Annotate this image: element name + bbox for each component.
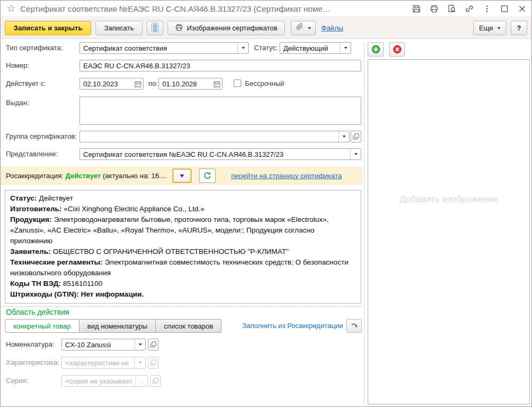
series-open-button <box>150 375 161 387</box>
accreditation-status: Действует <box>65 172 100 180</box>
presentation-combo[interactable] <box>80 148 361 160</box>
group-input[interactable] <box>80 131 338 142</box>
series-input <box>62 376 136 386</box>
delete-icon <box>393 45 402 54</box>
perpetual-checkbox[interactable] <box>234 79 241 87</box>
group-open-button[interactable] <box>351 131 361 142</box>
tab-nomenclature-kind[interactable]: вид номенклатуры <box>80 319 156 333</box>
presentation-value[interactable] <box>80 149 350 159</box>
calendar-icon <box>213 81 220 87</box>
group-label: Группа сертификатов: <box>6 131 77 142</box>
print-preview-icon[interactable] <box>447 4 457 14</box>
titlebar-buttons <box>411 1 527 17</box>
group-dropdown-button[interactable] <box>338 131 349 142</box>
chevron-down-icon <box>344 47 347 49</box>
delete-image-button[interactable] <box>389 42 405 57</box>
open-icon <box>353 133 359 140</box>
tab-product-list[interactable]: список товаров <box>156 319 221 333</box>
certificate-window: Сертификат соответствия №ЕАЭС RU C-CN.АЯ… <box>0 0 532 407</box>
more-menu-icon[interactable] <box>482 4 492 14</box>
certificate-type-combo[interactable] <box>80 42 249 54</box>
valid-from-label: Действует с: <box>6 78 46 90</box>
save-button[interactable]: Записать <box>96 21 142 35</box>
chevron-down-icon <box>242 47 245 49</box>
characteristic-dropdown-button <box>134 357 145 368</box>
get-link-icon[interactable] <box>464 4 474 14</box>
add-image-placeholder[interactable]: Добавить изображение <box>368 194 529 205</box>
status-combo[interactable] <box>280 42 351 54</box>
save-icon[interactable] <box>411 4 422 14</box>
info-tnved-line: Коды ТН ВЭД:8516101100 <box>10 278 356 289</box>
valid-to-input[interactable] <box>159 78 211 89</box>
number-field[interactable] <box>80 60 361 71</box>
valid-to-calendar-button[interactable] <box>211 78 222 89</box>
report-button[interactable] <box>147 21 163 35</box>
presentation-dropdown-button[interactable] <box>350 149 361 159</box>
refresh-icon <box>203 172 211 180</box>
command-bar: Записать и закрыть Записать Изображения … <box>1 18 531 39</box>
attach-file-button[interactable] <box>291 21 316 35</box>
certificate-type-value[interactable] <box>80 43 237 53</box>
nomenclature-label: Номенклатура: <box>6 339 54 350</box>
valid-from-input[interactable] <box>80 78 132 89</box>
type-dropdown-button[interactable] <box>237 43 248 53</box>
issued-by-textarea[interactable] <box>80 97 361 125</box>
series-more-button: ... <box>136 376 147 386</box>
print-icon[interactable] <box>429 4 439 14</box>
info-regulations-line: Технические регламенты:Электромагнитная … <box>10 257 356 278</box>
open-icon <box>152 378 158 384</box>
help-button[interactable]: ? <box>511 21 527 35</box>
valid-from-field[interactable] <box>80 78 144 90</box>
window-title: Сертификат соответствия №ЕАЭС RU C-CN.АЯ… <box>20 4 330 13</box>
scope-tabs: конкретный товар вид номенклатуры список… <box>5 319 221 333</box>
characteristic-combo <box>61 357 146 369</box>
characteristic-label: Характеристика: <box>6 357 59 369</box>
chevron-down-icon <box>354 153 358 155</box>
open-icon <box>150 360 156 366</box>
nomenclature-value[interactable] <box>62 339 134 350</box>
tab-specific-product[interactable]: конкретный товар <box>5 319 80 333</box>
panel-splitter[interactable] <box>364 42 364 404</box>
certificate-group-combo[interactable] <box>80 131 350 142</box>
favorite-star-icon[interactable] <box>7 4 15 13</box>
accreditation-dropdown-button[interactable] <box>172 169 192 183</box>
files-link[interactable]: Файлы <box>321 24 343 32</box>
issued-by-label: Выдан: <box>6 97 29 109</box>
fill-from-accreditation-link[interactable]: Заполнить из Росаккредитации <box>242 319 343 333</box>
status-dropdown-button[interactable] <box>340 43 351 53</box>
chevron-down-icon <box>139 362 142 364</box>
accreditation-actual: (актуально на: 16.... <box>103 172 167 180</box>
nomenclature-dropdown-button[interactable] <box>134 339 145 350</box>
save-and-close-button[interactable]: Записать и закрыть <box>5 21 91 35</box>
status-label: Статус: <box>254 42 278 54</box>
number-input[interactable] <box>80 60 361 71</box>
paperclip-icon <box>296 23 304 33</box>
fill-arrow-icon <box>351 322 358 330</box>
valid-to-label: по: <box>148 78 158 90</box>
accreditation-text: Росаккредитация: Действует (актуально на… <box>6 166 167 185</box>
certificate-image-area[interactable]: Добавить изображение <box>368 59 530 404</box>
chevron-down-icon <box>139 344 142 346</box>
more-button[interactable]: Еще <box>473 21 506 35</box>
chevron-down-icon <box>343 135 346 138</box>
maximize-icon[interactable] <box>499 4 510 14</box>
close-icon[interactable] <box>517 4 527 14</box>
certificate-images-button[interactable]: Изображения сертификатов <box>168 21 285 35</box>
status-value[interactable] <box>280 43 340 53</box>
info-status-line: Статус:Действует <box>10 193 356 204</box>
accreditation-label: Росаккредитация: <box>6 172 63 180</box>
certificate-page-link[interactable]: перейти на страницу сертификата <box>231 166 342 185</box>
attach-dropdown-icon <box>308 27 311 29</box>
add-image-button[interactable] <box>368 42 384 57</box>
report-icon <box>152 23 158 34</box>
accreditation-info-box: Статус:Действует Изготовитель:«Cixi Xing… <box>5 190 361 304</box>
fill-from-accreditation-button[interactable] <box>346 319 362 333</box>
chevron-down-icon <box>180 174 184 178</box>
nomenclature-combo[interactable] <box>61 339 146 350</box>
section-separator <box>1 306 362 307</box>
accreditation-refresh-button[interactable] <box>199 169 216 183</box>
nomenclature-open-button[interactable] <box>148 339 158 350</box>
valid-from-calendar-button[interactable] <box>132 78 143 89</box>
valid-to-field[interactable] <box>158 78 223 90</box>
scope-section-title: Область действия <box>6 308 69 316</box>
